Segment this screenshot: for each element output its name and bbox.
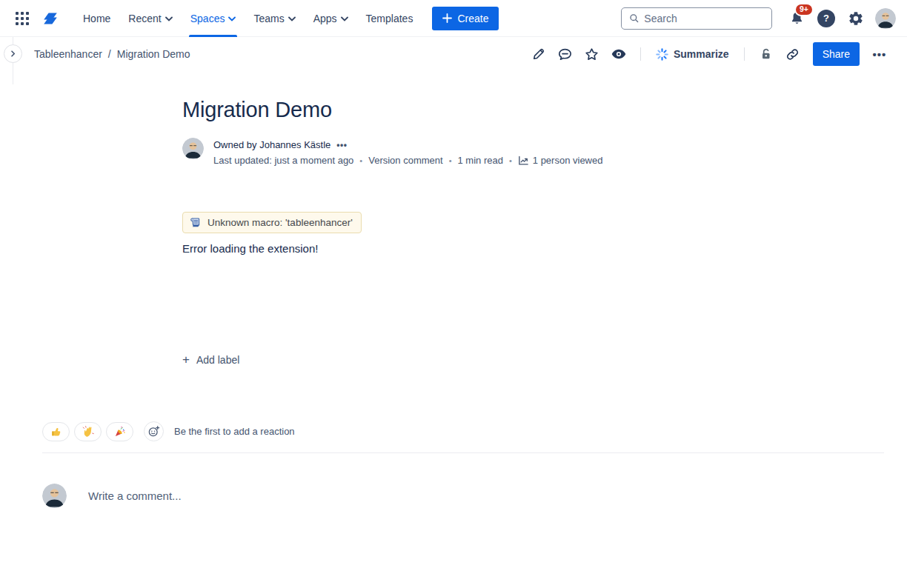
chevron-down-icon — [165, 16, 173, 21]
owned-by-text: Owned by Johannes Kästle — [213, 138, 330, 153]
notifications-button[interactable]: 9+ — [785, 7, 808, 30]
nav-item-apps[interactable]: Apps — [305, 0, 357, 37]
topnav-right: 9+ ? — [621, 7, 897, 30]
ellipsis-icon: ••• — [873, 48, 887, 61]
owner-more-button[interactable]: ••• — [336, 140, 347, 150]
nav-item-recent[interactable]: Recent — [119, 0, 181, 37]
reactions-bar: Be the first to add a reaction — [42, 421, 884, 441]
analytics-chart-icon — [518, 156, 529, 166]
watch-button[interactable] — [608, 43, 630, 65]
divider — [640, 47, 641, 61]
chevron-down-icon — [228, 16, 236, 21]
viewers-text: 1 person viewed — [533, 153, 603, 168]
comment-bubble-icon — [557, 47, 573, 62]
share-button[interactable]: Share — [813, 42, 860, 66]
nav-item-home[interactable]: Home — [74, 0, 119, 37]
last-updated-text[interactable]: Last updated: just a moment ago — [213, 153, 353, 168]
settings-button[interactable] — [845, 7, 867, 30]
confluence-logo[interactable] — [37, 7, 64, 30]
breadcrumb-page-link[interactable]: Migration Demo — [117, 48, 190, 60]
breadcrumb-space-link[interactable]: Tableenhancer — [34, 48, 102, 60]
unlock-icon — [759, 47, 774, 61]
analytics-viewers[interactable]: 1 person viewed — [518, 153, 603, 168]
nav-label: Spaces — [190, 13, 225, 24]
page-header-bar: Tableenhancer / Migration Demo — [0, 37, 907, 71]
nav-item-spaces[interactable]: Spaces — [182, 0, 245, 37]
plus-icon: + — [182, 355, 190, 365]
top-navigation: Home Recent Spaces Teams Apps Templates … — [0, 0, 907, 37]
add-emoji-icon — [147, 425, 160, 438]
thumbs-up-emoji — [50, 426, 62, 438]
summarize-label: Summarize — [674, 48, 729, 60]
help-button[interactable]: ? — [815, 7, 837, 30]
divider — [744, 47, 745, 61]
dot-separator: • — [359, 153, 362, 168]
byline-text: Owned by Johannes Kästle ••• Last update… — [213, 138, 602, 168]
user-avatar — [875, 8, 896, 29]
search-box[interactable] — [621, 7, 772, 30]
comment-editor[interactable]: Write a comment... — [42, 484, 884, 508]
nav-label: Teams — [253, 13, 284, 24]
summarize-button[interactable]: Summarize — [651, 45, 734, 64]
search-icon — [629, 13, 639, 24]
nav-item-teams[interactable]: Teams — [245, 0, 304, 37]
reaction-party[interactable] — [106, 422, 133, 441]
more-actions-button[interactable]: ••• — [868, 43, 891, 65]
read-time-text: 1 min read — [458, 153, 503, 168]
page-footer-section: Be the first to add a reaction Write a c… — [42, 421, 884, 508]
favorite-star-button[interactable] — [581, 43, 603, 65]
add-reaction-button[interactable] — [144, 421, 164, 441]
clapping-hands-emoji — [82, 426, 94, 438]
extension-error-text: Error loading the extension! — [182, 242, 731, 255]
comments-button[interactable] — [554, 43, 577, 65]
commenter-avatar — [42, 484, 67, 508]
page-actions: Summarize Share ••• — [528, 42, 891, 66]
page-title: Migration Demo — [182, 98, 731, 122]
owner-avatar[interactable] — [182, 138, 204, 159]
create-label: Create — [457, 13, 488, 24]
ai-sparkle-icon — [656, 48, 668, 61]
create-button[interactable]: Create — [432, 7, 499, 30]
primary-nav: Home Recent Spaces Teams Apps Templates — [74, 0, 422, 37]
unknown-macro-placeholder[interactable]: Unknown macro: 'tableenhancer' — [182, 212, 362, 233]
nav-label: Recent — [128, 13, 161, 24]
search-input[interactable] — [644, 13, 764, 24]
expand-sidebar-button[interactable] — [4, 44, 22, 63]
notification-badge: 9+ — [794, 3, 814, 17]
dot-separator: • — [509, 153, 512, 168]
page-content: Migration Demo Owned by Johannes Kästle … — [182, 98, 731, 367]
restrictions-button[interactable] — [755, 43, 777, 65]
section-divider — [42, 452, 884, 453]
nav-item-templates[interactable]: Templates — [357, 0, 422, 37]
app-switcher-icon[interactable] — [10, 7, 34, 30]
grid-icon — [16, 12, 29, 25]
link-icon — [785, 47, 800, 62]
confluence-logo-icon — [41, 10, 60, 27]
breadcrumb-separator: / — [108, 48, 111, 60]
comment-placeholder-text[interactable]: Write a comment... — [88, 490, 182, 502]
copy-link-button[interactable] — [782, 43, 804, 65]
owned-by-prefix: Owned by — [213, 139, 257, 150]
macro-error-text: Unknown macro: 'tableenhancer' — [207, 217, 353, 228]
breadcrumb: Tableenhancer / Migration Demo — [34, 48, 190, 60]
question-icon: ? — [817, 10, 835, 27]
version-comment-link[interactable]: Version comment — [368, 153, 442, 168]
add-label-text: Add label — [196, 354, 239, 366]
nav-label: Templates — [366, 13, 413, 24]
reaction-thumbs-up[interactable] — [42, 422, 70, 441]
chevron-down-icon — [288, 16, 296, 21]
add-label-button[interactable]: + Add label — [182, 353, 239, 367]
reaction-clap[interactable] — [74, 422, 102, 441]
macro-scroll-icon — [189, 216, 202, 229]
chevron-right-icon — [10, 50, 16, 57]
eye-icon — [611, 46, 627, 62]
dot-separator: • — [449, 153, 452, 168]
chevron-down-icon — [341, 16, 348, 21]
edit-button[interactable] — [528, 43, 550, 65]
nav-label: Apps — [313, 13, 337, 24]
reaction-prompt-text: Be the first to add a reaction — [174, 426, 295, 437]
nav-label: Home — [83, 13, 110, 24]
star-icon — [584, 47, 599, 62]
owner-name-link[interactable]: Johannes Kästle — [259, 139, 330, 150]
profile-button[interactable] — [874, 7, 897, 30]
